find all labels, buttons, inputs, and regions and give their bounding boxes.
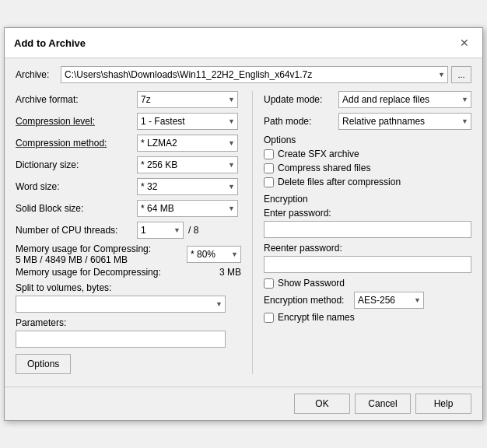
archive-label: Archive: bbox=[16, 69, 56, 80]
dictionary-size-row: Dictionary size: * 256 KB ▼ bbox=[16, 156, 241, 173]
archive-path-container: C:\Users\shash\Downloads\Win11_22H2_Engl… bbox=[61, 66, 471, 83]
word-size-combo[interactable]: * 32 bbox=[137, 178, 238, 195]
create-sfx-checkbox[interactable] bbox=[264, 149, 274, 159]
archive-format-label: Archive format: bbox=[16, 94, 132, 105]
memory-pct-combo[interactable]: * 80% bbox=[187, 246, 241, 263]
reenter-password-input[interactable] bbox=[264, 256, 471, 273]
enter-password-input[interactable] bbox=[264, 221, 471, 238]
help-button[interactable]: Help bbox=[415, 394, 471, 414]
column-divider bbox=[252, 91, 253, 374]
title-bar: Add to Archive ✕ bbox=[5, 28, 482, 58]
options-section-label: Options bbox=[264, 135, 471, 145]
compression-level-combo[interactable]: 1 - Fastest bbox=[137, 113, 238, 130]
enc-method-row: Encryption method: AES-256 ▼ bbox=[264, 292, 471, 309]
dialog-content: Archive: C:\Users\shash\Downloads\Win11_… bbox=[5, 58, 482, 382]
create-sfx-label: Create SFX archive bbox=[278, 149, 359, 159]
encryption-section: Encryption Enter password: Reenter passw… bbox=[264, 194, 471, 323]
delete-after-label: Delete files after compression bbox=[278, 177, 401, 187]
close-button[interactable]: ✕ bbox=[456, 34, 473, 51]
split-row: Split to volumes, bytes: ▼ bbox=[16, 282, 241, 313]
reenter-password-label: Reenter password: bbox=[264, 243, 471, 254]
split-combo[interactable] bbox=[16, 296, 226, 313]
solid-block-row: Solid Block size: * 64 MB ▼ bbox=[16, 200, 241, 217]
archive-row: Archive: C:\Users\shash\Downloads\Win11_… bbox=[16, 66, 471, 83]
delete-after-row: Delete files after compression bbox=[264, 177, 471, 187]
options-button[interactable]: Options bbox=[16, 354, 71, 374]
archive-path-combo[interactable]: C:\Users\shash\Downloads\Win11_22H2_Engl… bbox=[61, 66, 448, 83]
memory-compress-row: Memory usage for Compressing: 5 MB / 484… bbox=[16, 243, 241, 265]
update-mode-combo[interactable]: Add and replace files bbox=[338, 91, 471, 108]
archive-format-combo[interactable]: 7z bbox=[137, 91, 238, 108]
path-mode-combo[interactable]: Relative pathnames bbox=[338, 113, 471, 130]
options-section: Options Create SFX archive Compress shar… bbox=[264, 135, 471, 187]
compression-level-label: Compression level: bbox=[16, 116, 132, 127]
enter-password-label: Enter password: bbox=[264, 208, 471, 219]
update-mode-row: Update mode: Add and replace files ▼ bbox=[264, 91, 471, 108]
ok-button[interactable]: OK bbox=[294, 394, 350, 414]
compression-method-label: Compression method: bbox=[16, 138, 132, 149]
dictionary-size-combo[interactable]: * 256 KB bbox=[137, 156, 238, 173]
memory-info: Memory usage for Compressing: 5 MB / 484… bbox=[16, 243, 241, 278]
delete-after-checkbox[interactable] bbox=[264, 177, 274, 187]
show-password-label: Show Password bbox=[278, 278, 345, 289]
update-mode-label: Update mode: bbox=[264, 94, 334, 105]
memory-compress-label: Memory usage for Compressing: bbox=[16, 243, 151, 254]
memory-decompress-val: 3 MB bbox=[219, 267, 241, 278]
params-input[interactable] bbox=[16, 331, 226, 348]
compression-level-row: Compression level: 1 - Fastest ▼ bbox=[16, 113, 241, 130]
compression-method-row: Compression method: * LZMA2 ▼ bbox=[16, 135, 241, 152]
cpu-max: / 8 bbox=[188, 225, 198, 236]
compress-shared-label: Compress shared files bbox=[278, 163, 370, 173]
enc-method-label: Encryption method: bbox=[264, 295, 349, 306]
options-btn-container: Options bbox=[16, 354, 241, 374]
show-password-row: Show Password bbox=[264, 278, 471, 289]
params-label: Parameters: bbox=[16, 317, 241, 328]
compress-shared-checkbox[interactable] bbox=[264, 163, 274, 173]
split-label: Split to volumes, bytes: bbox=[16, 282, 241, 293]
memory-compress-val: 5 MB / 4849 MB / 6061 MB bbox=[16, 254, 128, 265]
enc-method-combo[interactable]: AES-256 bbox=[354, 292, 424, 309]
encryption-section-label: Encryption bbox=[264, 194, 471, 205]
footer-bar: OK Cancel Help bbox=[5, 387, 482, 420]
word-size-row: Word size: * 32 ▼ bbox=[16, 178, 241, 195]
left-column: Archive format: 7z ▼ Compression level: … bbox=[16, 91, 241, 374]
right-column: Update mode: Add and replace files ▼ Pat… bbox=[264, 91, 471, 374]
main-columns: Archive format: 7z ▼ Compression level: … bbox=[16, 91, 471, 374]
memory-decompress-label: Memory usage for Decompressing: bbox=[16, 267, 161, 278]
create-sfx-row: Create SFX archive bbox=[264, 149, 471, 159]
solid-block-label: Solid Block size: bbox=[16, 203, 132, 214]
word-size-label: Word size: bbox=[16, 181, 132, 192]
params-row: Parameters: bbox=[16, 317, 241, 348]
dictionary-size-label: Dictionary size: bbox=[16, 159, 132, 170]
encrypt-names-checkbox[interactable] bbox=[264, 313, 274, 323]
cpu-label: Number of CPU threads: bbox=[16, 225, 132, 236]
dialog-title: Add to Archive bbox=[14, 37, 86, 49]
archive-format-row: Archive format: 7z ▼ bbox=[16, 91, 241, 108]
browse-button[interactable]: ... bbox=[451, 66, 471, 83]
cpu-combo[interactable]: 1 bbox=[137, 222, 184, 239]
encrypt-names-label: Encrypt file names bbox=[278, 312, 355, 323]
compression-method-combo[interactable]: * LZMA2 bbox=[137, 135, 238, 152]
cpu-row: Number of CPU threads: 1 ▼ / 8 bbox=[16, 222, 241, 239]
show-password-checkbox[interactable] bbox=[264, 278, 274, 289]
compress-shared-row: Compress shared files bbox=[264, 163, 471, 173]
path-mode-label: Path mode: bbox=[264, 116, 334, 127]
encrypt-names-row: Encrypt file names bbox=[264, 312, 471, 323]
add-to-archive-dialog: Add to Archive ✕ Archive: C:\Users\shash… bbox=[4, 27, 483, 421]
path-mode-row: Path mode: Relative pathnames ▼ bbox=[264, 113, 471, 130]
cancel-button[interactable]: Cancel bbox=[355, 394, 411, 414]
memory-decompress-row: Memory usage for Decompressing: 3 MB bbox=[16, 267, 241, 278]
solid-block-combo[interactable]: * 64 MB bbox=[137, 200, 238, 217]
